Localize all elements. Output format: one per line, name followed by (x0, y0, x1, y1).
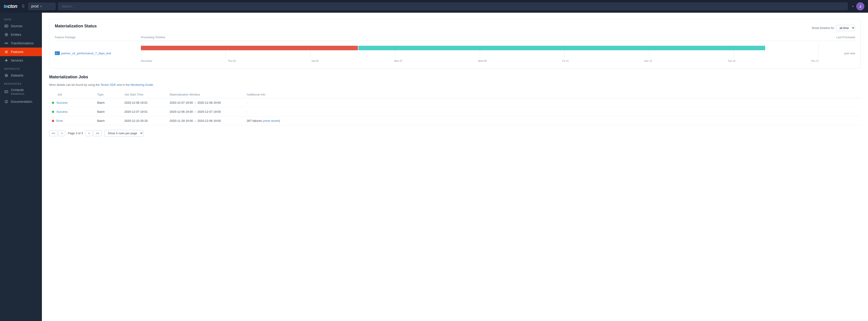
entities-icon (4, 32, 9, 37)
jobs-table-body: Success Batch 2020-12-08 19:01 2020-12-0… (49, 98, 861, 125)
info-cell-1: - (244, 98, 861, 107)
label-fri11: Fri 11 (562, 60, 568, 62)
pagination-first-btn[interactable]: << (49, 130, 58, 136)
col-window-header: Materialization Window (167, 91, 244, 98)
window-cell-3: 2020-11-29 19:00 → 2020-12-06 19:00 (167, 116, 244, 125)
sidebar-item-services-label: Services (11, 59, 23, 62)
workspace-selector[interactable]: prod ▾ (28, 3, 56, 10)
features-icon (4, 50, 9, 54)
sidebar-resources-label: Resources (0, 80, 42, 86)
label-thu17: Thu 17 (811, 60, 819, 62)
table-row: Success Batch 2020-12-08 19:01 2020-12-0… (49, 98, 861, 107)
datasets-icon (4, 73, 9, 78)
job-cell-3: Error (49, 116, 94, 125)
window-cell-1: 2020-12-07 19:00 → 2020-12-08 19:00 (167, 98, 244, 107)
sidebar-item-entities[interactable]: Entities (0, 30, 42, 39)
svg-rect-0 (5, 25, 8, 27)
job-cell-1: Success (49, 98, 94, 107)
search-chevron-icon: ▾ (852, 5, 854, 8)
bar-teal (358, 46, 765, 50)
compute-icon (4, 89, 9, 94)
table-row: Success Batch 2020-12-07 19:01 2020-12-0… (49, 107, 861, 116)
page-info: Page 3 of 3 (66, 131, 85, 135)
info-cell-2: - (244, 107, 861, 116)
services-icon (4, 58, 9, 63)
pagination-prev-btn[interactable]: < (58, 130, 65, 136)
last-processed-cell: just now (819, 51, 855, 55)
job-row-indicator-2: Success (52, 110, 92, 114)
pagination: << < Page 3 of 3 > >> Show 5 rows per pa… (49, 130, 861, 136)
bar-red (141, 46, 358, 50)
label-mon07: Mon 07 (394, 60, 403, 62)
subtitle-prefix: More details can be found by using the (49, 83, 100, 87)
col-processing-timeline: Processing Timeline (141, 36, 819, 39)
pagination-next-btn[interactable]: > (86, 130, 92, 136)
svg-point-7 (5, 74, 7, 75)
sidebar-item-transformations[interactable]: Transformations (0, 39, 42, 47)
materialization-status-card: Materialization Status Show timeline for… (49, 19, 861, 68)
col-job-header: Job (49, 91, 94, 98)
timeline-chart: December Thu 03 Sat 05 Mon 07 Wed 09 Fri… (141, 44, 819, 62)
jobs-title: Materialization Jobs (49, 75, 861, 79)
col-start-time-header: Job Start Time (122, 91, 167, 98)
job-row-indicator-3: Error (52, 119, 92, 123)
search-input[interactable] (58, 2, 847, 10)
label-thu03: Thu 03 (228, 60, 236, 62)
timeline-col-headers: Feature Package Processing Timeline Last… (55, 36, 855, 41)
type-cell-3: Batch (94, 116, 122, 125)
label-dec13: Dec 13 (644, 60, 652, 62)
start-time-cell-1: 2020-12-08 19:01 (122, 98, 167, 107)
job-link-3[interactable]: Error (56, 119, 63, 123)
timeline-filter: Show timeline for all time (812, 25, 855, 31)
col-last-processed: Last Processed (819, 36, 855, 39)
job-link-1[interactable]: Success (56, 101, 67, 104)
start-time-cell-2: 2020-12-07 19:01 (122, 107, 167, 116)
sidebar-item-features-label: Features (11, 50, 23, 54)
user-avatar[interactable]: J (856, 2, 864, 10)
materialization-jobs-section: Materialization Jobs More details can be… (49, 75, 861, 136)
jobs-table-head: Job Type Job Start Time Materialization … (49, 91, 861, 98)
timeline-select[interactable]: all time (836, 25, 855, 31)
sidebar-item-transformations-label: Transformations (11, 41, 34, 45)
sidebar-item-sources-label: Sources (11, 24, 23, 28)
status-header: Materialization Status Show timeline for… (55, 24, 855, 32)
sidebar-artifacts-label: Artifacts (0, 65, 42, 71)
sdk-link[interactable]: Tecton SDK (100, 83, 116, 87)
svg-point-4 (7, 43, 8, 44)
workspace-chevron: ▾ (40, 5, 42, 8)
sidebar-item-datasets[interactable]: Datasets (0, 71, 42, 80)
rows-per-page-select[interactable]: Show 5 rows per page (104, 130, 144, 136)
feature-link[interactable]: partner_ctr_performance_7_days_test (55, 52, 141, 55)
status-dot-green-2 (52, 111, 54, 113)
col-info-header: Additional Info (244, 91, 861, 98)
jobs-table-header-row: Job Type Job Start Time Materialization … (49, 91, 861, 98)
status-title: Materialization Status (55, 24, 97, 29)
sidebar-item-sources[interactable]: Sources (0, 22, 42, 30)
timeline-table: Feature Package Processing Timeline Last… (55, 36, 855, 64)
svg-point-2 (6, 34, 7, 35)
svg-point-1 (5, 33, 8, 36)
label-sat05: Sat 05 (311, 60, 319, 62)
status-dot-red-3 (52, 120, 54, 122)
sidebar-item-features[interactable]: Features (0, 47, 42, 56)
jobs-table: Job Type Job Start Time Materialization … (49, 91, 861, 125)
most-recent-link[interactable]: (most recent) (263, 119, 280, 123)
sidebar-item-compute[interactable]: Compute (Databricks) (0, 86, 42, 97)
label-dec: December (141, 60, 152, 62)
svg-rect-8 (5, 91, 8, 93)
sidebar-item-docs[interactable]: Documentation (0, 97, 42, 106)
subtitle-middle: and in the (116, 83, 130, 87)
timeline-data-row: partner_ctr_performance_7_days_test (55, 43, 855, 64)
job-link-2[interactable]: Success (56, 110, 67, 114)
sidebar-item-services[interactable]: Services (0, 56, 42, 65)
sidebar-data-label: Data (0, 15, 42, 22)
sidebar-item-compute-label: Compute (Databricks) (11, 88, 24, 95)
topnav: tecton ⠿ prod ▾ ▾ J (0, 0, 868, 13)
timeline-labels: December Thu 03 Sat 05 Mon 07 Wed 09 Fri… (141, 60, 819, 62)
pagination-last-btn[interactable]: >> (93, 130, 102, 136)
grid-icon[interactable]: ⠿ (22, 4, 25, 9)
logo: tecton (4, 3, 17, 9)
job-cell-2: Success (49, 107, 94, 116)
info-cell-3: 287 failures (most recent) (244, 116, 861, 125)
guide-link[interactable]: Monitoring Guide (131, 83, 153, 87)
